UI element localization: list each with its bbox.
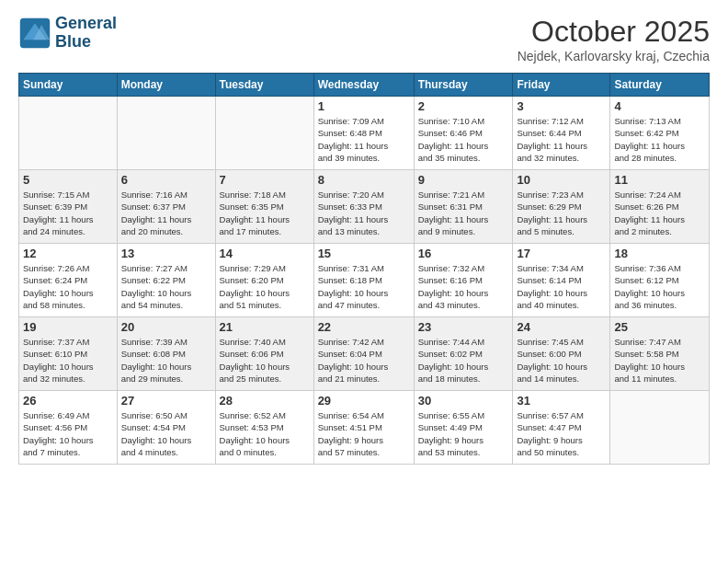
day-cell: 27Sunrise: 6:50 AM Sunset: 4:54 PM Dayli… [117,391,215,465]
day-number: 11 [614,173,705,187]
day-info: Sunrise: 6:54 AM Sunset: 4:51 PM Dayligh… [318,409,410,458]
day-number: 10 [517,173,606,187]
day-cell: 3Sunrise: 7:12 AM Sunset: 6:44 PM Daylig… [513,97,610,170]
col-wednesday: Wednesday [313,74,414,97]
day-info: Sunrise: 7:26 AM Sunset: 6:24 PM Dayligh… [23,262,113,311]
calendar: Sunday Monday Tuesday Wednesday Thursday… [18,73,710,465]
day-number: 18 [614,247,705,260]
week-row-4: 26Sunrise: 6:49 AM Sunset: 4:56 PM Dayli… [19,391,710,465]
day-info: Sunrise: 7:24 AM Sunset: 6:26 PM Dayligh… [614,189,705,237]
day-info: Sunrise: 7:12 AM Sunset: 6:44 PM Dayligh… [517,115,606,164]
day-cell: 14Sunrise: 7:29 AM Sunset: 6:20 PM Dayli… [215,244,313,317]
day-number: 12 [23,247,113,260]
day-cell: 29Sunrise: 6:54 AM Sunset: 4:51 PM Dayli… [313,391,414,465]
header: General Blue October 2025 Nejdek, Karlov… [18,15,710,63]
day-info: Sunrise: 7:42 AM Sunset: 6:04 PM Dayligh… [318,336,410,385]
day-info: Sunrise: 7:23 AM Sunset: 6:29 PM Dayligh… [517,189,606,237]
day-cell: 11Sunrise: 7:24 AM Sunset: 6:26 PM Dayli… [610,170,710,244]
header-row: Sunday Monday Tuesday Wednesday Thursday… [19,74,710,97]
day-cell: 22Sunrise: 7:42 AM Sunset: 6:04 PM Dayli… [313,317,414,391]
day-cell: 4Sunrise: 7:13 AM Sunset: 6:42 PM Daylig… [610,97,710,170]
week-row-0: 1Sunrise: 7:09 AM Sunset: 6:48 PM Daylig… [19,97,710,170]
day-number: 24 [517,320,606,334]
day-info: Sunrise: 7:18 AM Sunset: 6:35 PM Dayligh… [220,189,310,237]
day-info: Sunrise: 7:21 AM Sunset: 6:31 PM Dayligh… [418,189,509,237]
day-info: Sunrise: 7:15 AM Sunset: 6:39 PM Dayligh… [23,189,113,237]
day-number: 29 [318,394,410,408]
week-row-1: 5Sunrise: 7:15 AM Sunset: 6:39 PM Daylig… [19,170,710,244]
day-number: 20 [121,320,211,334]
day-cell: 9Sunrise: 7:21 AM Sunset: 6:31 PM Daylig… [414,170,513,244]
day-cell: 8Sunrise: 7:20 AM Sunset: 6:33 PM Daylig… [313,170,414,244]
day-number: 26 [23,394,113,408]
day-number: 27 [121,394,211,408]
day-number: 14 [220,247,310,260]
col-monday: Monday [117,74,215,97]
day-cell [610,391,710,465]
logo-line2: Blue [55,33,117,52]
day-number: 6 [121,173,211,187]
day-info: Sunrise: 7:44 AM Sunset: 6:02 PM Dayligh… [418,336,509,385]
day-info: Sunrise: 7:13 AM Sunset: 6:42 PM Dayligh… [614,115,705,164]
week-row-2: 12Sunrise: 7:26 AM Sunset: 6:24 PM Dayli… [19,244,710,317]
day-number: 8 [318,173,410,187]
day-cell: 28Sunrise: 6:52 AM Sunset: 4:53 PM Dayli… [215,391,313,465]
day-number: 31 [517,394,606,408]
day-info: Sunrise: 7:45 AM Sunset: 6:00 PM Dayligh… [517,336,606,385]
week-row-3: 19Sunrise: 7:37 AM Sunset: 6:10 PM Dayli… [19,317,710,391]
title-block: October 2025 Nejdek, Karlovarsky kraj, C… [518,15,710,63]
day-cell: 31Sunrise: 6:57 AM Sunset: 4:47 PM Dayli… [513,391,610,465]
day-cell: 25Sunrise: 7:47 AM Sunset: 5:58 PM Dayli… [610,317,710,391]
day-cell [19,97,118,170]
day-number: 9 [418,173,509,187]
col-sunday: Sunday [19,74,118,97]
day-cell: 2Sunrise: 7:10 AM Sunset: 6:46 PM Daylig… [414,97,513,170]
day-cell: 23Sunrise: 7:44 AM Sunset: 6:02 PM Dayli… [414,317,513,391]
day-info: Sunrise: 6:57 AM Sunset: 4:47 PM Dayligh… [517,409,606,458]
day-number: 3 [517,99,606,113]
location: Nejdek, Karlovarsky kraj, Czechia [518,49,710,63]
logo-icon [18,17,51,50]
col-thursday: Thursday [414,74,513,97]
day-number: 4 [614,99,705,113]
page: General Blue October 2025 Nejdek, Karlov… [0,0,728,474]
day-cell: 19Sunrise: 7:37 AM Sunset: 6:10 PM Dayli… [19,317,118,391]
day-info: Sunrise: 6:50 AM Sunset: 4:54 PM Dayligh… [121,409,211,458]
day-info: Sunrise: 7:39 AM Sunset: 6:08 PM Dayligh… [121,336,211,385]
day-cell: 1Sunrise: 7:09 AM Sunset: 6:48 PM Daylig… [313,97,414,170]
day-cell: 10Sunrise: 7:23 AM Sunset: 6:29 PM Dayli… [513,170,610,244]
day-cell: 17Sunrise: 7:34 AM Sunset: 6:14 PM Dayli… [513,244,610,317]
day-cell: 20Sunrise: 7:39 AM Sunset: 6:08 PM Dayli… [117,317,215,391]
day-number: 25 [614,320,705,334]
day-info: Sunrise: 7:34 AM Sunset: 6:14 PM Dayligh… [517,262,606,311]
logo: General Blue [18,15,117,52]
col-friday: Friday [513,74,610,97]
day-number: 21 [220,320,310,334]
day-info: Sunrise: 6:55 AM Sunset: 4:49 PM Dayligh… [418,409,509,458]
day-cell: 24Sunrise: 7:45 AM Sunset: 6:00 PM Dayli… [513,317,610,391]
day-info: Sunrise: 7:37 AM Sunset: 6:10 PM Dayligh… [23,336,113,385]
day-cell: 21Sunrise: 7:40 AM Sunset: 6:06 PM Dayli… [215,317,313,391]
day-cell: 18Sunrise: 7:36 AM Sunset: 6:12 PM Dayli… [610,244,710,317]
day-number: 22 [318,320,410,334]
day-cell: 30Sunrise: 6:55 AM Sunset: 4:49 PM Dayli… [414,391,513,465]
day-info: Sunrise: 7:16 AM Sunset: 6:37 PM Dayligh… [121,189,211,237]
day-info: Sunrise: 7:29 AM Sunset: 6:20 PM Dayligh… [220,262,310,311]
day-number: 13 [121,247,211,260]
month-title: October 2025 [518,15,710,49]
logo-line1: General [55,15,117,33]
day-cell: 13Sunrise: 7:27 AM Sunset: 6:22 PM Dayli… [117,244,215,317]
day-number: 2 [418,99,509,113]
day-info: Sunrise: 7:36 AM Sunset: 6:12 PM Dayligh… [614,262,705,311]
day-cell: 12Sunrise: 7:26 AM Sunset: 6:24 PM Dayli… [19,244,118,317]
day-number: 30 [418,394,509,408]
day-info: Sunrise: 7:10 AM Sunset: 6:46 PM Dayligh… [418,115,509,164]
day-cell: 26Sunrise: 6:49 AM Sunset: 4:56 PM Dayli… [19,391,118,465]
day-number: 7 [220,173,310,187]
day-cell: 6Sunrise: 7:16 AM Sunset: 6:37 PM Daylig… [117,170,215,244]
day-number: 28 [220,394,310,408]
day-info: Sunrise: 7:47 AM Sunset: 5:58 PM Dayligh… [614,336,705,385]
col-saturday: Saturday [610,74,710,97]
day-info: Sunrise: 7:27 AM Sunset: 6:22 PM Dayligh… [121,262,211,311]
day-info: Sunrise: 7:32 AM Sunset: 6:16 PM Dayligh… [418,262,509,311]
